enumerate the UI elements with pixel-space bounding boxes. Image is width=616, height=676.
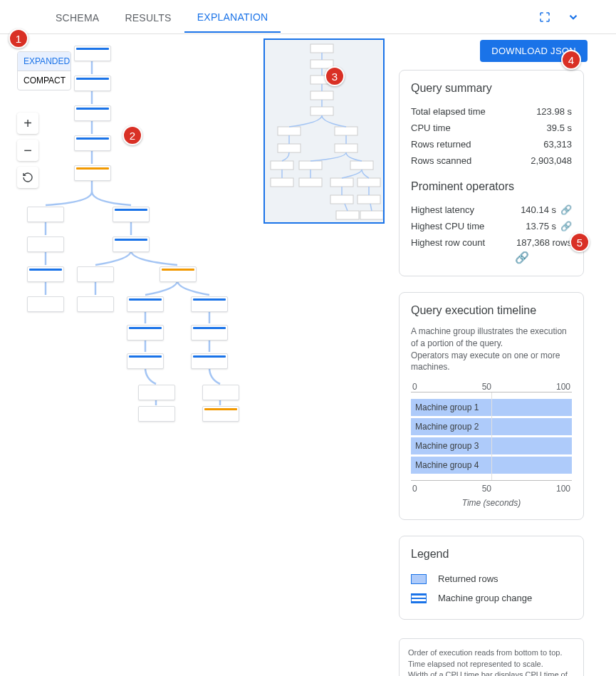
svg-rect-34 bbox=[336, 211, 359, 219]
plan-tree-canvas[interactable] bbox=[17, 38, 252, 416]
link-icon[interactable]: 🔗 bbox=[515, 251, 529, 264]
svg-rect-29 bbox=[299, 178, 322, 187]
right-sidebar: Query summary Total elapsed time123.98 s… bbox=[399, 70, 584, 676]
svg-line-46 bbox=[345, 204, 348, 211]
tab-explanation[interactable]: EXPLANATION bbox=[184, 1, 281, 33]
view-mode-compact[interactable]: COMPACT bbox=[18, 71, 71, 90]
timeline-panel: Query execution timeline A machine group… bbox=[399, 292, 584, 520]
svg-rect-22 bbox=[335, 127, 357, 135]
zoom-out-button[interactable]: − bbox=[17, 140, 38, 161]
metric-row: CPU time39.5 s bbox=[411, 120, 572, 136]
svg-rect-31 bbox=[357, 178, 380, 187]
legend-title: Legend bbox=[411, 548, 572, 561]
fullscreen-icon[interactable] bbox=[536, 9, 553, 26]
timeline-axis-bottom: 050100 bbox=[411, 484, 572, 494]
callout-4: 4 bbox=[561, 50, 581, 70]
tab-bar: SCHEMA RESULTS EXPLANATION bbox=[0, 0, 616, 34]
svg-rect-30 bbox=[330, 178, 353, 187]
legend-item: Returned rows bbox=[411, 569, 572, 588]
svg-line-47 bbox=[370, 204, 372, 211]
callout-1: 1 bbox=[9, 28, 28, 48]
legend-panel: Legend Returned rows Machine group chang… bbox=[399, 536, 584, 620]
svg-rect-28 bbox=[271, 178, 293, 187]
timeline-bar: Machine group 3 bbox=[411, 437, 572, 454]
svg-rect-35 bbox=[360, 211, 383, 219]
timeline-desc: A machine group illustrates the executio… bbox=[411, 326, 572, 373]
svg-rect-20 bbox=[310, 107, 333, 115]
svg-rect-25 bbox=[271, 161, 293, 170]
chevron-down-icon[interactable] bbox=[565, 9, 582, 26]
query-summary-title: Query summary bbox=[411, 82, 572, 95]
svg-rect-32 bbox=[330, 195, 353, 204]
link-icon[interactable]: 🔗 bbox=[560, 221, 572, 232]
timeline-bars: Machine group 1 Machine group 2 Machine … bbox=[411, 392, 572, 481]
prominent-row: Highest row count187,368 rows bbox=[411, 234, 572, 251]
metric-row: Rows scanned2,903,048 bbox=[411, 152, 572, 169]
prominent-row: Highest latency140.14 s🔗 bbox=[411, 202, 572, 218]
legend-swatch-mg-change bbox=[411, 593, 427, 603]
svg-rect-19 bbox=[310, 91, 333, 100]
tab-results[interactable]: RESULTS bbox=[112, 2, 184, 32]
svg-rect-33 bbox=[357, 195, 380, 204]
tab-schema[interactable]: SCHEMA bbox=[43, 2, 112, 32]
callout-2: 2 bbox=[122, 125, 142, 145]
zoom-reset-button[interactable] bbox=[17, 167, 38, 188]
svg-rect-24 bbox=[335, 144, 357, 152]
svg-rect-16 bbox=[310, 44, 333, 53]
legend-item: Machine group change bbox=[411, 588, 572, 608]
prominent-row: Highest CPU time13.75 s🔗 bbox=[411, 218, 572, 234]
svg-rect-23 bbox=[278, 144, 301, 152]
callout-3: 3 bbox=[325, 66, 345, 86]
timeline-bar: Machine group 4 bbox=[411, 457, 572, 474]
prominent-operators-title: Prominent operators bbox=[411, 180, 572, 193]
svg-rect-26 bbox=[299, 161, 322, 170]
timeline-bar: Machine group 2 bbox=[411, 418, 572, 435]
disclaimer-panel: Order of execution reads from bottom to … bbox=[399, 638, 584, 676]
callout-5: 5 bbox=[570, 232, 590, 252]
zoom-in-button[interactable]: + bbox=[17, 113, 38, 134]
view-mode-toggle: EXPANDED COMPACT bbox=[17, 51, 71, 90]
svg-rect-27 bbox=[350, 161, 373, 170]
timeline-axis-top: 050100 bbox=[411, 382, 572, 392]
plan-minimap[interactable] bbox=[263, 38, 385, 224]
timeline-title: Query execution timeline bbox=[411, 304, 572, 317]
svg-rect-21 bbox=[278, 127, 301, 135]
timeline-axis-label: Time (seconds) bbox=[411, 498, 572, 508]
query-summary-panel: Query summary Total elapsed time123.98 s… bbox=[399, 70, 584, 276]
metric-row: Total elapsed time123.98 s bbox=[411, 103, 572, 120]
view-mode-expanded[interactable]: EXPANDED bbox=[18, 52, 71, 71]
timeline-bar: Machine group 1 bbox=[411, 399, 572, 416]
legend-swatch-returned bbox=[411, 574, 427, 584]
link-icon[interactable]: 🔗 bbox=[560, 204, 572, 215]
metric-row: Rows returned63,313 bbox=[411, 136, 572, 152]
